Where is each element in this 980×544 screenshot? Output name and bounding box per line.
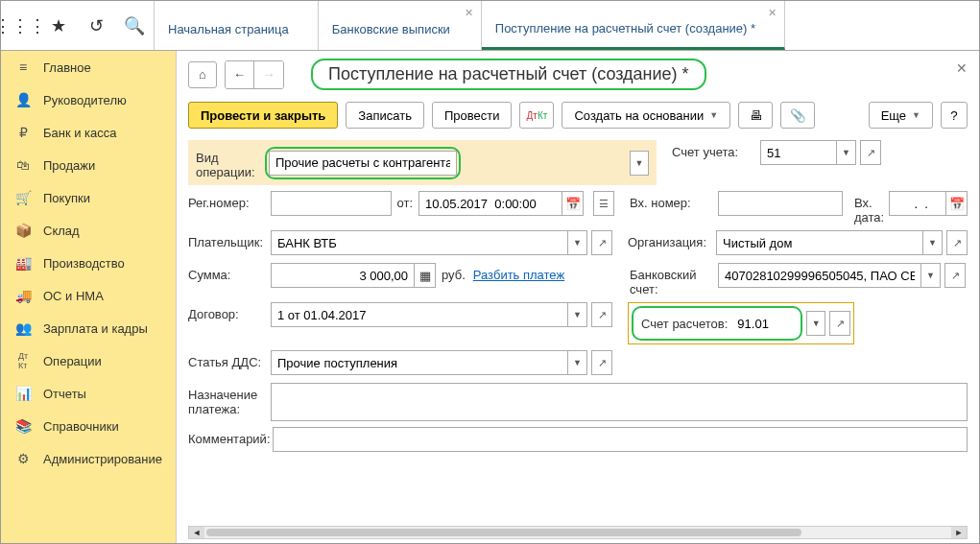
sidebar-item-label: Отчеты xyxy=(43,387,86,401)
sidebar-item-admin[interactable]: ⚙Администрирование xyxy=(1,442,176,475)
sidebar-item-label: Банк и касса xyxy=(43,126,117,140)
home-icon: ≡ xyxy=(12,59,34,76)
forward-button[interactable]: → xyxy=(254,61,283,88)
post-button[interactable]: Провести xyxy=(432,102,513,129)
tab-home[interactable]: Начальная страница xyxy=(155,1,319,50)
sidebar-item-reports[interactable]: 📊Отчеты xyxy=(1,377,176,410)
scroll-thumb[interactable] xyxy=(206,529,801,536)
sidebar-item-label: Продажи xyxy=(43,158,95,173)
calc-icon[interactable]: ▦ xyxy=(415,263,436,288)
contract-input[interactable] xyxy=(271,302,568,327)
close-icon[interactable]: ✕ xyxy=(465,7,473,19)
sidebar-item-label: Производство xyxy=(43,256,125,271)
purpose-textarea[interactable] xyxy=(271,383,968,421)
tab-incoming-payment[interactable]: Поступление на расчетный счет (создание)… xyxy=(482,1,785,50)
more-button[interactable]: Еще▼ xyxy=(869,102,933,129)
truck-icon: 🚚 xyxy=(12,287,34,304)
contract-open[interactable]: ↗ xyxy=(591,302,612,327)
in-date-input[interactable] xyxy=(889,191,946,216)
chevron-down-icon: ▼ xyxy=(709,110,718,120)
sidebar-item-references[interactable]: 📚Справочники xyxy=(1,410,176,442)
books-icon: 📚 xyxy=(12,417,34,435)
close-icon[interactable]: ✕ xyxy=(768,7,777,19)
payer-input[interactable] xyxy=(271,230,568,255)
sidebar-item-production[interactable]: 🏭Производство xyxy=(1,247,176,279)
contract-dropdown[interactable]: ▼ xyxy=(568,302,587,327)
sidebar-item-operations[interactable]: ДтКтОперации xyxy=(1,344,176,377)
sidebar-item-bank[interactable]: ₽Банк и касса xyxy=(1,116,176,149)
bank-acc-input[interactable] xyxy=(718,263,921,288)
star-icon[interactable]: ★ xyxy=(47,14,70,37)
history-icon[interactable]: ↺ xyxy=(84,14,108,37)
cart-icon: 🛒 xyxy=(12,189,34,206)
bank-acc-dropdown[interactable]: ▼ xyxy=(921,263,941,288)
ruble-icon: ₽ xyxy=(12,124,34,141)
print-button[interactable]: 🖶 xyxy=(738,102,773,129)
apps-icon[interactable]: ⋮⋮⋮ xyxy=(9,14,32,37)
sidebar-item-warehouse[interactable]: 📦Склад xyxy=(1,214,176,247)
btn-label: Еще xyxy=(881,108,906,123)
op-type-input[interactable] xyxy=(269,151,457,176)
from-label: от: xyxy=(392,191,418,210)
top-bar: ⋮⋮⋮ ★ ↺ 🔍 Начальная страница Банковские … xyxy=(1,1,979,51)
btn-label: Создать на основании xyxy=(574,108,704,123)
split-payment-link[interactable]: Разбить платеж xyxy=(473,263,564,282)
search-icon[interactable]: 🔍 xyxy=(123,14,146,37)
sidebar-item-sales[interactable]: 🛍Продажи xyxy=(1,149,176,181)
sidebar-item-label: Операции xyxy=(43,354,102,368)
tab-label: Банковские выписки xyxy=(332,22,450,36)
list-icon[interactable]: ☰ xyxy=(593,191,614,216)
payer-open[interactable]: ↗ xyxy=(591,230,612,255)
settle-acc-open[interactable]: ↗ xyxy=(829,311,850,336)
dds-dropdown[interactable]: ▼ xyxy=(568,350,587,375)
payer-dropdown[interactable]: ▼ xyxy=(568,230,587,255)
factory-icon: 🏭 xyxy=(12,254,34,272)
bank-acc-label: Банковский счет: xyxy=(630,263,718,296)
bank-acc-open[interactable]: ↗ xyxy=(944,263,966,288)
dds-input[interactable] xyxy=(271,350,568,375)
sidebar-item-payroll[interactable]: 👥Зарплата и кадры xyxy=(1,312,176,344)
sidebar-item-assets[interactable]: 🚚ОС и НМА xyxy=(1,279,176,312)
settle-acc-label: Счет расчетов: xyxy=(641,317,731,331)
sidebar-item-purchases[interactable]: 🛒Покупки xyxy=(1,181,176,214)
system-icons: ⋮⋮⋮ ★ ↺ 🔍 xyxy=(1,1,155,50)
create-based-button[interactable]: Создать на основании▼ xyxy=(562,102,730,129)
post-and-close-button[interactable]: Провести и закрыть xyxy=(188,102,338,129)
sidebar-item-label: Зарплата и кадры xyxy=(43,321,148,336)
account-open[interactable]: ↗ xyxy=(860,140,881,165)
settle-acc-input[interactable] xyxy=(731,311,793,336)
scroll-left-icon[interactable]: ◄ xyxy=(189,527,204,538)
settle-acc-dropdown[interactable]: ▼ xyxy=(806,311,825,336)
sidebar-item-main[interactable]: ≡Главное xyxy=(1,51,176,83)
calendar-icon[interactable]: 📅 xyxy=(562,191,584,216)
tab-bank-statements[interactable]: Банковские выписки✕ xyxy=(319,1,482,50)
sidebar-item-label: Склад xyxy=(43,224,80,238)
scroll-right-icon[interactable]: ► xyxy=(951,527,967,538)
comment-input[interactable] xyxy=(273,427,968,452)
sidebar-item-label: ОС и НМА xyxy=(43,289,104,303)
debit-credit-button[interactable]: ДтКт xyxy=(519,102,554,129)
org-dropdown[interactable]: ▼ xyxy=(923,230,943,255)
calendar-icon[interactable]: 📅 xyxy=(946,191,968,216)
attach-button[interactable]: 📎 xyxy=(780,102,815,129)
help-button[interactable]: ? xyxy=(941,102,968,129)
home-button[interactable]: ⌂ xyxy=(188,61,217,88)
sidebar-item-manager[interactable]: 👤Руководителю xyxy=(1,83,176,116)
reg-no-input[interactable] xyxy=(271,191,392,216)
account-dropdown[interactable]: ▼ xyxy=(837,140,856,165)
op-type-dropdown[interactable]: ▼ xyxy=(630,151,649,176)
horizontal-scrollbar[interactable]: ◄ ► xyxy=(188,526,968,539)
back-button[interactable]: ← xyxy=(226,61,254,88)
org-open[interactable]: ↗ xyxy=(946,230,968,255)
account-input[interactable] xyxy=(760,140,837,165)
sum-input[interactable] xyxy=(271,263,415,288)
org-input[interactable] xyxy=(716,230,923,255)
bag-icon: 🛍 xyxy=(12,156,34,174)
date-input[interactable] xyxy=(418,191,562,216)
in-no-input[interactable] xyxy=(718,191,843,216)
form: Вид операции: ▼ Счет учета: ▼ ↗ xyxy=(177,136,979,522)
close-page-icon[interactable]: ✕ xyxy=(956,60,968,76)
reg-no-label: Рег.номер: xyxy=(188,191,271,210)
dds-open[interactable]: ↗ xyxy=(591,350,612,375)
save-button[interactable]: Записать xyxy=(346,102,424,129)
